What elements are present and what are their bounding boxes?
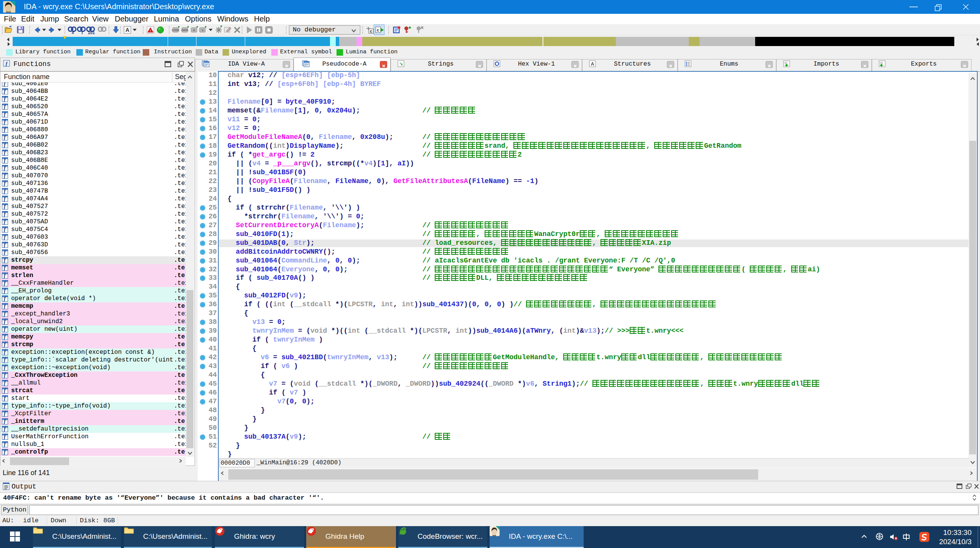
svg-text:T: T (81, 30, 84, 35)
svg-text:DATA: DATA (181, 29, 188, 31)
svg-text:'s: 's (201, 29, 203, 31)
svg-text:#: # (72, 30, 74, 35)
svg-text:c: c (377, 28, 379, 33)
svg-text:!: ! (150, 29, 151, 33)
svg-text:A: A (125, 27, 129, 33)
svg-text:A: A (193, 29, 195, 31)
svg-text:’s: ’s (399, 61, 403, 67)
svg-text:CODE: CODE (172, 29, 180, 31)
svg-text:A: A (591, 61, 594, 67)
svg-text:c: c (370, 30, 372, 34)
svg-text:101: 101 (88, 30, 95, 35)
